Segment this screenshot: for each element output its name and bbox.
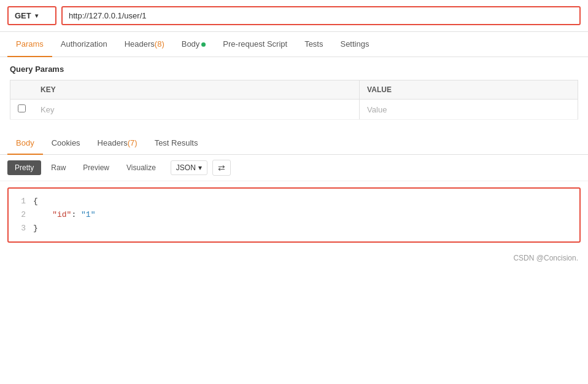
tab-pre-request[interactable]: Pre-request Script	[214, 32, 296, 57]
json-colon: :	[71, 210, 81, 219]
key-column-header: KEY	[33, 80, 360, 100]
response-tab-cookies[interactable]: Cookies	[43, 132, 89, 155]
json-chevron-icon: ▾	[198, 163, 202, 172]
preview-button[interactable]: Preview	[75, 160, 117, 175]
response-tab-test-results[interactable]: Test Results	[146, 132, 207, 155]
tab-tests[interactable]: Tests	[296, 32, 331, 57]
json-line-3: 3 }	[16, 222, 572, 235]
line-number: 2	[16, 208, 26, 222]
tab-authorization[interactable]: Authorization	[52, 32, 116, 57]
checkbox-header	[10, 80, 34, 100]
value-cell[interactable]: Value	[360, 100, 578, 120]
method-label: GET	[15, 11, 31, 20]
raw-button[interactable]: Raw	[44, 160, 73, 175]
json-format-select[interactable]: JSON ▾	[171, 160, 207, 175]
request-tabs: Params Authorization Headers(8) Body Pre…	[0, 32, 588, 57]
line-number: 3	[16, 222, 26, 235]
value-column-header: VALUE	[360, 80, 578, 100]
json-key-value: "id": "1"	[33, 208, 95, 222]
tab-body[interactable]: Body	[173, 32, 215, 57]
chevron-down-icon: ▾	[35, 12, 38, 19]
json-brace-open: {	[33, 195, 38, 208]
params-table: KEY VALUE Key Value	[10, 80, 578, 120]
json-line-1: 1 {	[16, 195, 572, 208]
response-tab-headers[interactable]: Headers(7)	[89, 132, 146, 155]
response-tabs: Body Cookies Headers(7) Test Results	[0, 132, 588, 155]
tab-headers[interactable]: Headers(8)	[116, 32, 173, 57]
format-bar: Pretty Raw Preview Visualize JSON ▾ ⇄	[0, 155, 588, 181]
json-line-2: 2 "id": "1"	[16, 208, 572, 222]
query-params-section: Query Params KEY VALUE Key Value	[0, 57, 588, 120]
line-number: 1	[16, 195, 26, 208]
json-value: "1"	[81, 210, 95, 219]
response-section: Body Cookies Headers(7) Test Results Pre…	[0, 132, 588, 243]
pretty-button[interactable]: Pretty	[7, 160, 41, 175]
wrap-button[interactable]: ⇄	[212, 160, 231, 176]
query-params-title: Query Params	[10, 65, 578, 74]
url-input[interactable]: http://127.0.0.1/user/1	[61, 6, 581, 25]
row-checkbox[interactable]	[18, 104, 26, 112]
response-tab-body[interactable]: Body	[7, 132, 43, 155]
key-cell[interactable]: Key	[33, 100, 360, 120]
method-select[interactable]: GET ▾	[7, 6, 56, 25]
json-brace-close: }	[33, 222, 38, 235]
json-output: 1 { 2 "id": "1" 3 }	[7, 187, 581, 243]
tab-settings[interactable]: Settings	[331, 32, 377, 57]
json-key: "id"	[52, 210, 71, 219]
body-dot	[201, 42, 206, 47]
url-bar: GET ▾ http://127.0.0.1/user/1	[0, 0, 588, 32]
watermark: CSDN @Concision.	[0, 249, 588, 267]
table-row: Key Value	[10, 100, 578, 120]
tab-params[interactable]: Params	[7, 32, 52, 57]
visualize-button[interactable]: Visualize	[119, 160, 163, 175]
